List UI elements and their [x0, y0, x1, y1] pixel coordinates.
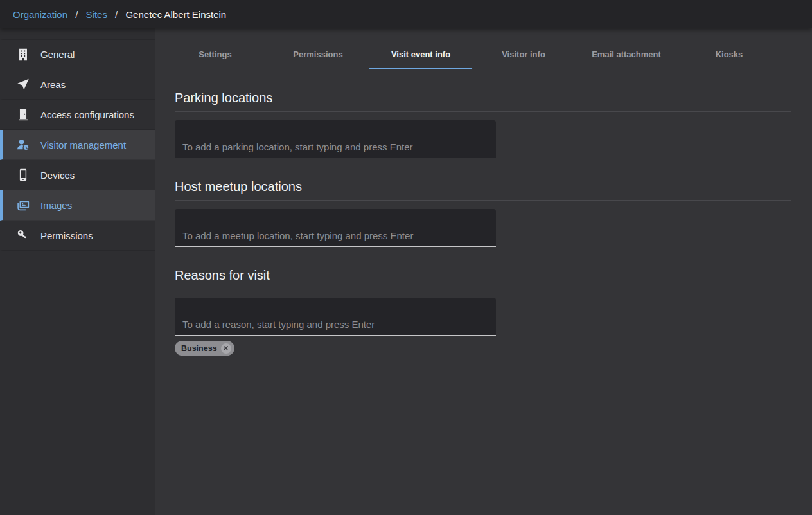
reasons-for-visit-title: Reasons for visit [175, 268, 791, 289]
breadcrumb: Organization / Sites / Genetec Albert Ei… [13, 9, 226, 20]
door-icon [15, 107, 31, 122]
visitor-management-icon [15, 137, 31, 152]
sidebar-item-label: Access configurations [40, 109, 134, 120]
parking-location-input[interactable] [175, 120, 496, 158]
breadcrumb-separator: / [115, 9, 118, 20]
sidebar-item-general[interactable]: General [0, 39, 155, 69]
chip-remove-button[interactable] [221, 343, 231, 354]
tab-strip: Settings Permissions Visit event info Vi… [164, 28, 781, 69]
breadcrumb-separator: / [75, 9, 78, 20]
sidebar-item-devices[interactable]: Devices [0, 160, 155, 190]
tab-settings[interactable]: Settings [164, 28, 267, 69]
tab-visitor-info[interactable]: Visitor info [472, 28, 575, 69]
sidebar-item-label: Images [40, 200, 72, 211]
main-content: Settings Permissions Visit event info Vi… [155, 28, 812, 515]
sidebar-item-label: Areas [40, 79, 66, 90]
sidebar-item-areas[interactable]: Areas [0, 69, 155, 100]
tab-email-attachment[interactable]: Email attachment [575, 28, 678, 69]
close-icon [218, 345, 234, 351]
navigation-icon [15, 77, 31, 92]
chip-business: Business [175, 341, 234, 356]
breadcrumb-link-organization[interactable]: Organization [13, 9, 67, 20]
sidebar: General Areas Access configurations Visi… [0, 28, 155, 515]
sidebar-item-visitor-management[interactable]: Visitor management [0, 130, 155, 160]
reason-input[interactable] [175, 298, 496, 336]
sidebar-item-label: Visitor management [40, 140, 126, 150]
section-parking-locations: Parking locations [175, 91, 791, 158]
meetup-location-input[interactable] [175, 209, 496, 247]
sidebar-item-access-configurations[interactable]: Access configurations [0, 100, 155, 130]
tab-kiosks[interactable]: Kiosks [678, 28, 781, 69]
sidebar-item-label: General [40, 49, 75, 60]
smartphone-icon [15, 167, 31, 183]
parking-locations-title: Parking locations [175, 91, 791, 112]
breadcrumb-bar: Organization / Sites / Genetec Albert Ei… [0, 0, 812, 28]
breadcrumb-current-site: Genetec Albert Einstein [125, 9, 226, 20]
sidebar-item-permissions[interactable]: Permissions [0, 221, 155, 251]
sidebar-item-images[interactable]: Images [0, 190, 155, 221]
chip-label: Business [181, 344, 217, 353]
tab-visit-event-info[interactable]: Visit event info [369, 28, 472, 69]
images-icon [15, 197, 31, 213]
reason-chip-list: Business [175, 341, 791, 356]
key-icon [15, 228, 31, 243]
breadcrumb-link-sites[interactable]: Sites [86, 9, 107, 20]
host-meetup-locations-title: Host meetup locations [175, 179, 791, 201]
sidebar-item-label: Devices [40, 170, 75, 181]
sidebar-item-label: Permissions [40, 230, 93, 241]
section-reasons-for-visit: Reasons for visit Business [175, 268, 791, 356]
building-icon [15, 47, 31, 62]
tab-permissions[interactable]: Permissions [267, 28, 369, 69]
section-host-meetup-locations: Host meetup locations [175, 179, 791, 247]
